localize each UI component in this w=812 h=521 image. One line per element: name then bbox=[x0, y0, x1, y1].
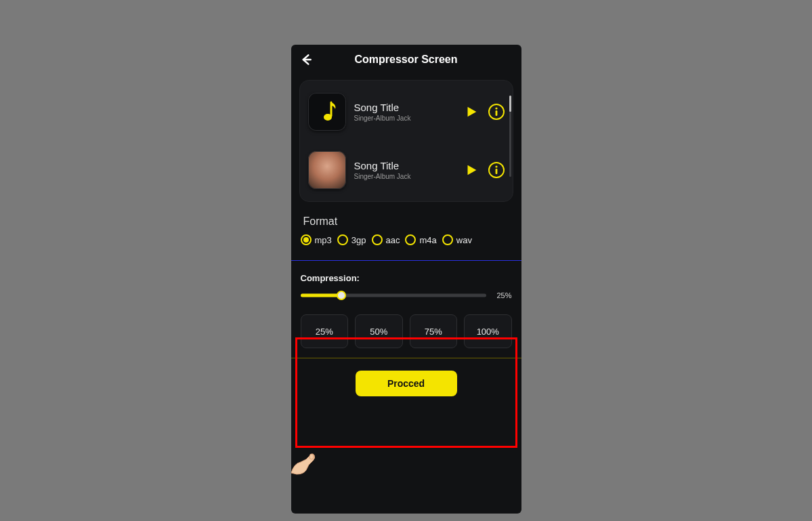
format-option-m4a[interactable]: m4a bbox=[405, 234, 436, 245]
slider-fill bbox=[301, 294, 341, 297]
song-thumbnail bbox=[308, 151, 346, 189]
svg-point-1 bbox=[495, 107, 497, 109]
arrow-left-icon bbox=[299, 53, 313, 66]
svg-point-0 bbox=[324, 114, 332, 121]
info-button[interactable] bbox=[488, 104, 505, 120]
scrollbar[interactable] bbox=[509, 96, 511, 177]
format-option-aac[interactable]: aac bbox=[372, 234, 400, 245]
format-option-3gp[interactable]: 3gp bbox=[337, 234, 366, 245]
preset-75[interactable]: 75% bbox=[410, 314, 458, 348]
radio-icon bbox=[442, 234, 453, 245]
back-button[interactable] bbox=[298, 51, 314, 68]
radio-label: wav bbox=[456, 235, 472, 245]
compression-presets: 25% 50% 75% 100% bbox=[301, 314, 512, 348]
play-button[interactable] bbox=[463, 161, 480, 179]
format-option-wav[interactable]: wav bbox=[442, 234, 472, 245]
header: Compressor Screen bbox=[291, 45, 521, 75]
page-title: Compressor Screen bbox=[354, 54, 457, 66]
svg-point-5 bbox=[309, 454, 314, 459]
play-icon bbox=[464, 104, 479, 119]
song-row[interactable]: Song Title Singer-Album Jack bbox=[307, 89, 506, 135]
radio-icon bbox=[405, 234, 416, 245]
compression-slider-row: 25% bbox=[301, 291, 512, 299]
radio-label: 3gp bbox=[351, 235, 366, 245]
format-radio-group: mp3 3gp aac m4a wav bbox=[301, 234, 512, 245]
proceed-button[interactable]: Procced bbox=[356, 371, 457, 396]
format-option-mp3[interactable]: mp3 bbox=[301, 234, 332, 245]
pointing-hand-icon bbox=[291, 443, 328, 476]
slider-thumb[interactable] bbox=[337, 291, 346, 300]
app-screen: Compressor Screen Song Title Singer-Albu… bbox=[291, 45, 521, 514]
songs-panel: Song Title Singer-Album Jack Song Title … bbox=[299, 80, 513, 202]
song-meta: Song Title Singer-Album Jack bbox=[354, 160, 454, 180]
compression-label: Compression: bbox=[301, 273, 512, 283]
radio-label: aac bbox=[386, 235, 400, 245]
song-title: Song Title bbox=[354, 160, 454, 171]
preset-100[interactable]: 100% bbox=[464, 314, 512, 348]
compression-slider[interactable] bbox=[301, 291, 486, 299]
radio-icon bbox=[372, 234, 383, 245]
compression-value: 25% bbox=[492, 291, 512, 299]
song-row[interactable]: Song Title Singer-Album Jack bbox=[307, 147, 506, 193]
svg-rect-4 bbox=[495, 169, 497, 174]
info-icon bbox=[493, 165, 500, 175]
info-icon bbox=[493, 107, 500, 117]
divider bbox=[291, 260, 521, 261]
svg-rect-2 bbox=[495, 110, 497, 116]
info-button[interactable] bbox=[488, 162, 505, 178]
play-icon bbox=[464, 163, 479, 178]
preset-50[interactable]: 50% bbox=[355, 314, 403, 348]
radio-label: m4a bbox=[419, 235, 436, 245]
format-label: Format bbox=[303, 215, 509, 228]
song-meta: Song Title Singer-Album Jack bbox=[354, 102, 454, 122]
song-subtitle: Singer-Album Jack bbox=[354, 173, 454, 180]
song-thumbnail bbox=[308, 93, 346, 131]
divider bbox=[291, 358, 521, 358]
radio-icon bbox=[301, 234, 312, 245]
svg-point-3 bbox=[495, 165, 497, 167]
music-note-icon bbox=[316, 100, 338, 124]
song-title: Song Title bbox=[354, 102, 454, 113]
song-subtitle: Singer-Album Jack bbox=[354, 114, 454, 122]
compression-section: Compression: 25% 25% 50% 75% 100% bbox=[301, 273, 512, 348]
play-button[interactable] bbox=[463, 103, 480, 121]
radio-label: mp3 bbox=[315, 235, 332, 245]
preset-25[interactable]: 25% bbox=[301, 314, 349, 348]
radio-icon bbox=[337, 234, 348, 245]
